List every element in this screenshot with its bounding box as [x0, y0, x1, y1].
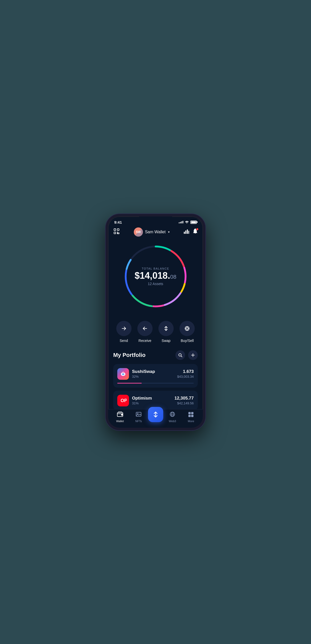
tab-web3[interactable]: Web3 [163, 411, 182, 423]
balance-amount: $14,018.08 [135, 271, 176, 280]
avatar: SW [134, 227, 143, 237]
progress-bar-sushiswap [117, 383, 194, 384]
header: SW Sam Wallet ▾ [108, 224, 203, 240]
portfolio-header: My Portfolio [113, 350, 198, 360]
notch [139, 217, 172, 225]
portfolio-donut-chart: TOTAL BALANCE $14,018.08 12 Assets [121, 242, 190, 311]
status-icons [179, 220, 197, 224]
portfolio-actions [175, 350, 198, 360]
asset-pct-optimism: 31% [132, 401, 171, 405]
svg-point-39 [123, 372, 124, 373]
wallet-name: Sam Wallet [145, 230, 166, 234]
buysell-icon [179, 321, 195, 336]
nfts-tab-label: NFTs [135, 420, 142, 423]
wifi-icon [185, 220, 189, 224]
svg-rect-42 [121, 414, 123, 416]
send-icon [116, 321, 132, 336]
svg-rect-54 [188, 415, 191, 417]
status-time: 9:41 [114, 220, 122, 224]
buysell-button[interactable]: Buy/Sell [179, 321, 195, 343]
wallet-tab-label: Wallet [116, 420, 124, 423]
action-buttons: Send Receive Swap [108, 316, 203, 345]
chevron-down-icon: ▾ [168, 230, 170, 234]
balance-section: TOTAL BALANCE $14,018.08 12 Assets [108, 240, 203, 316]
tab-more[interactable]: More [182, 411, 200, 423]
balance-display: TOTAL BALANCE $14,018.08 12 Assets [135, 267, 176, 286]
chart-icon[interactable] [184, 229, 189, 235]
swap-label: Swap [162, 339, 171, 343]
svg-rect-52 [188, 412, 191, 414]
portfolio-section: My Portfolio [108, 345, 203, 416]
asset-pct-sushiswap: 32% [132, 375, 174, 378]
svg-line-33 [181, 356, 182, 357]
svg-rect-55 [191, 415, 193, 417]
tab-bar: Wallet NFTs [108, 409, 203, 428]
assets-count: 12 Assets [135, 282, 176, 286]
receive-icon [137, 321, 153, 336]
asset-info-sushiswap: SushiSwap 32% [132, 369, 174, 378]
battery-icon [190, 221, 197, 224]
wallet-selector[interactable]: SW Sam Wallet ▾ [134, 227, 170, 237]
svg-rect-9 [184, 232, 185, 234]
tab-wallet[interactable]: Wallet [111, 411, 129, 423]
asset-row: SushiSwap 32% 1.673 $43,003.34 [117, 368, 194, 380]
buysell-label: Buy/Sell [181, 339, 194, 343]
asset-name-optimism: Optimism [132, 396, 171, 401]
asset-values-optimism: 12,305.77 $42,149.56 [174, 396, 194, 405]
notification-bell[interactable] [193, 228, 198, 235]
more-tab-icon [188, 411, 194, 419]
search-button[interactable] [175, 350, 185, 360]
asset-info-optimism: Optimism 31% [132, 396, 171, 405]
asset-row: OP Optimism 31% 12,305.77 $42,149.56 [117, 395, 194, 406]
receive-label: Receive [139, 339, 152, 343]
portfolio-title: My Portfolio [113, 352, 145, 358]
svg-point-27 [186, 327, 188, 329]
notification-badge [196, 228, 199, 230]
web3-tab-label: Web3 [169, 420, 176, 423]
asset-usd-optimism: $42,149.56 [174, 401, 194, 405]
add-asset-button[interactable] [188, 350, 198, 360]
asset-amount-optimism: 12,305.77 [174, 396, 194, 401]
tab-nfts[interactable]: NFTs [129, 411, 148, 423]
asset-amount-sushiswap: 1.673 [177, 369, 194, 374]
svg-rect-10 [185, 230, 186, 234]
sushiswap-logo [117, 368, 129, 380]
send-label: Send [120, 339, 128, 343]
phone-frame: 9:41 [106, 214, 205, 430]
header-icons [184, 228, 198, 235]
svg-rect-53 [191, 412, 193, 414]
svg-text:OP: OP [121, 398, 127, 403]
svg-rect-11 [187, 229, 188, 234]
swap-button[interactable]: Swap [158, 321, 174, 343]
svg-rect-12 [188, 231, 189, 234]
swap-center-button[interactable] [148, 407, 163, 422]
svg-rect-2 [114, 232, 116, 234]
svg-rect-0 [114, 229, 116, 230]
scan-button[interactable] [113, 228, 120, 236]
more-tab-label: More [188, 420, 194, 423]
asset-card-sushiswap[interactable]: SushiSwap 32% 1.673 $43,003.34 [113, 364, 198, 388]
send-button[interactable]: Send [116, 321, 132, 343]
total-balance-label: TOTAL BALANCE [135, 267, 176, 270]
progress-fill-sushiswap [117, 383, 142, 384]
optimism-logo: OP [117, 395, 129, 406]
signal-bars-icon [179, 221, 183, 223]
wallet-tab-icon [117, 411, 123, 419]
svg-rect-1 [117, 229, 119, 230]
web3-tab-icon [169, 411, 175, 419]
asset-values-sushiswap: 1.673 $43,003.34 [177, 369, 194, 378]
swap-icon [158, 321, 174, 336]
receive-button[interactable]: Receive [137, 321, 153, 343]
nfts-tab-icon [136, 411, 142, 419]
asset-name-sushiswap: SushiSwap [132, 369, 174, 374]
asset-usd-sushiswap: $43,003.34 [177, 375, 194, 378]
